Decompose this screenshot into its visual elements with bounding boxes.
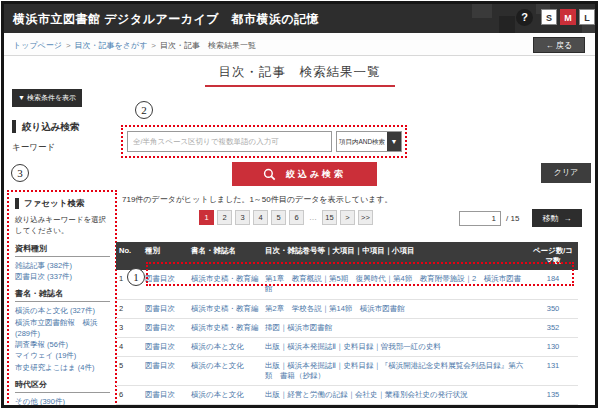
- page-button-2[interactable]: 2: [217, 210, 232, 225]
- breadcrumb-link[interactable]: 目次・記事をさがす: [75, 41, 148, 50]
- breadcrumb-bar: トップページ>目次・記事をさがす>目次・記事 検索結果一覧 ← 戻る: [4, 33, 595, 56]
- result-page-link[interactable]: 350: [528, 300, 578, 318]
- result-type-link[interactable]: 図書目次: [142, 300, 188, 318]
- clear-button[interactable]: クリア: [541, 163, 591, 183]
- annotation-mark-3: 3: [11, 164, 29, 182]
- column-header: 目次・雑誌巻号等｜大項目｜中項目｜小項目: [262, 242, 528, 270]
- annotation-mark-1: 1: [127, 268, 145, 286]
- result-toc-link[interactable]: 出版｜横浜本発掘誌Ⅱ｜史料目録｜曽我部一紅の史料: [262, 338, 528, 356]
- move-button[interactable]: 移動→: [532, 209, 582, 227]
- page-button->>[interactable]: >>: [358, 210, 373, 225]
- page-button-15[interactable]: 15: [322, 210, 337, 225]
- result-no: 2: [116, 300, 142, 318]
- column-header: No.: [116, 242, 142, 270]
- facet-link[interactable]: 横浜の本と文化 (327件): [15, 305, 110, 316]
- result-no: 4: [116, 338, 142, 356]
- facet-link[interactable]: マイウェイ (19件): [15, 350, 110, 361]
- result-toc-link[interactable]: 出版｜経営と労働の記録｜組合・団体史｜県下組合・団体史関係目録: [262, 405, 528, 408]
- page-button-4[interactable]: 4: [253, 210, 268, 225]
- font-size-button-l[interactable]: L: [579, 9, 595, 25]
- result-no: 7: [116, 405, 142, 408]
- toggle-label: 検索条件を表示: [27, 94, 76, 101]
- breadcrumb-current: 目次・記事 検索結果一覧: [160, 41, 256, 50]
- facet-link[interactable]: 調査季報 (56件): [15, 339, 110, 350]
- result-no: 6: [116, 386, 142, 404]
- back-arrow-icon: ←: [546, 41, 554, 50]
- triangle-down-icon: ▼: [18, 94, 25, 101]
- table-row: 1図書目次横浜市史稿・教育編第1章 教育概説｜第5期 復興時代｜第4節 教育附帯…: [116, 270, 578, 299]
- table-row: 7図書目次横浜の本と文化出版｜経営と労働の記録｜組合・団体史｜県下組合・団体史関…: [116, 405, 578, 408]
- font-size-button-s[interactable]: S: [541, 9, 557, 25]
- refine-search-button[interactable]: 絞込み検索: [232, 162, 377, 186]
- app-header: 横浜市立図書館 デジタルアーカイブ 都市横浜の記憶 ? SML: [4, 4, 595, 33]
- result-book-link[interactable]: 横浜市史稿・教育編: [188, 270, 262, 298]
- facet-group-title: 資料種別: [15, 243, 110, 257]
- page-ellipsis: …: [307, 213, 319, 222]
- facet-link[interactable]: 市史研究よこはま (4件): [15, 362, 110, 373]
- facet-link[interactable]: 雑誌記事 (382件): [15, 260, 110, 271]
- facet-groups: 資料種別雑誌記事 (382件)図書目次 (337件)書名・雑誌名横浜の本と文化 …: [15, 243, 110, 407]
- result-type-link[interactable]: 図書目次: [142, 357, 188, 385]
- result-page-link[interactable]: 135: [528, 386, 578, 404]
- page-button-6[interactable]: 6: [289, 210, 304, 225]
- font-size-button-m[interactable]: M: [560, 9, 576, 25]
- facet-link[interactable]: その他 (390件): [15, 396, 110, 407]
- result-book-link[interactable]: 横浜の本と文化: [188, 386, 262, 404]
- result-page-link[interactable]: 144: [528, 405, 578, 408]
- back-button-label: 戻る: [556, 41, 572, 50]
- app-frame: 横浜市立図書館 デジタルアーカイブ 都市横浜の記憶 ? SML トップページ>目…: [1, 1, 598, 408]
- app-title: 横浜市立図書館 デジタルアーカイブ 都市横浜の記憶: [13, 11, 319, 28]
- result-toc-link[interactable]: 出版｜横浜本発掘誌Ⅱ｜史料目録｜『横浜開港記念史料展覧会列品目録』第六類 書籍（…: [262, 357, 528, 385]
- result-toc-link[interactable]: 出版｜経営と労働の記録｜会社史｜業種別会社史の発行状況: [262, 386, 528, 404]
- page-button->[interactable]: >: [340, 210, 355, 225]
- result-page-link[interactable]: 130: [528, 338, 578, 356]
- pagination: 123456…15>>>: [199, 210, 373, 225]
- breadcrumb-separator: >: [151, 41, 156, 50]
- facet-instruction: 絞り込みキーワードを選択してください。: [15, 215, 110, 237]
- result-type-link[interactable]: 図書目次: [142, 386, 188, 404]
- result-type-link[interactable]: 図書目次: [142, 270, 188, 298]
- table-row: 5図書目次横浜の本と文化出版｜横浜本発掘誌Ⅱ｜史料目録｜『横浜開港記念史料展覧会…: [116, 357, 578, 386]
- page-number-input[interactable]: [459, 211, 501, 226]
- and-search-select-value: 項目内AND検索: [337, 132, 387, 151]
- result-type-link[interactable]: 図書目次: [142, 338, 188, 356]
- table-row: 4図書目次横浜の本と文化出版｜横浜本発掘誌Ⅱ｜史料目録｜曽我部一紅の史料130: [116, 338, 578, 357]
- help-button[interactable]: ?: [516, 9, 533, 26]
- table-row: 3図書目次横浜市史稿・教育編挿図｜横浜市図書館352: [116, 319, 578, 338]
- and-search-select[interactable]: 項目内AND検索 ▼: [336, 131, 402, 152]
- table-header-row: No.種別書名・雑誌名目次・雑誌巻号等｜大項目｜中項目｜小項目ページ数/コマ数: [116, 242, 578, 270]
- keyword-input[interactable]: [127, 131, 332, 152]
- result-toc-link[interactable]: 挿図｜横浜市図書館: [262, 319, 528, 337]
- facet-group-title: 時代区分: [15, 379, 110, 393]
- result-page-link[interactable]: 352: [528, 319, 578, 337]
- result-book-link[interactable]: 横浜の本と文化: [188, 405, 262, 408]
- result-book-link[interactable]: 横浜市史稿・教育編: [188, 319, 262, 337]
- result-book-link[interactable]: 横浜の本と文化: [188, 357, 262, 385]
- results-table: No.種別書名・雑誌名目次・雑誌巻号等｜大項目｜中項目｜小項目ページ数/コマ数1…: [116, 242, 578, 408]
- facet-link[interactable]: 横浜市立図書館報 横浜 (289件): [15, 317, 110, 340]
- result-type-link[interactable]: 図書目次: [142, 319, 188, 337]
- page-button-5[interactable]: 5: [271, 210, 286, 225]
- facet-link[interactable]: 図書目次 (337件): [15, 271, 110, 282]
- back-button[interactable]: ← 戻る: [533, 37, 585, 53]
- header-decoration: [499, 16, 515, 33]
- chevron-down-icon: ▼: [387, 132, 401, 151]
- annotation-mark-2: 2: [135, 101, 153, 119]
- result-toc-link[interactable]: 第2章 学校各説｜第14節 横浜市図書館: [262, 300, 528, 318]
- result-book-link[interactable]: 横浜市史稿・教育編: [188, 300, 262, 318]
- refine-search-heading: 絞り込み検索: [12, 120, 79, 133]
- page-button-1[interactable]: 1: [199, 210, 214, 225]
- column-header: 種別: [142, 242, 188, 270]
- result-toc-link[interactable]: 第1章 教育概説｜第5期 復興時代｜第4節 教育附帯施設｜2 横浜市図書館: [262, 270, 528, 298]
- facet-panel: ファセット検索 絞り込みキーワードを選択してください。 資料種別雑誌記事 (38…: [7, 190, 117, 407]
- result-book-link[interactable]: 横浜の本と文化: [188, 338, 262, 356]
- breadcrumb-link[interactable]: トップページ: [13, 41, 62, 50]
- page-button-3[interactable]: 3: [235, 210, 250, 225]
- refine-search-button-label: 絞込み検索: [286, 168, 346, 181]
- result-page-link[interactable]: 184: [528, 270, 578, 298]
- search-conditions-toggle-button[interactable]: ▼ 検索条件を表示: [12, 89, 82, 107]
- result-type-link[interactable]: 図書目次: [142, 405, 188, 408]
- results-summary: 719件のデータがヒットしました。1～50件目のデータを表示しています。: [122, 194, 392, 205]
- header-decoration: [472, 4, 492, 18]
- result-page-link[interactable]: 131: [528, 357, 578, 385]
